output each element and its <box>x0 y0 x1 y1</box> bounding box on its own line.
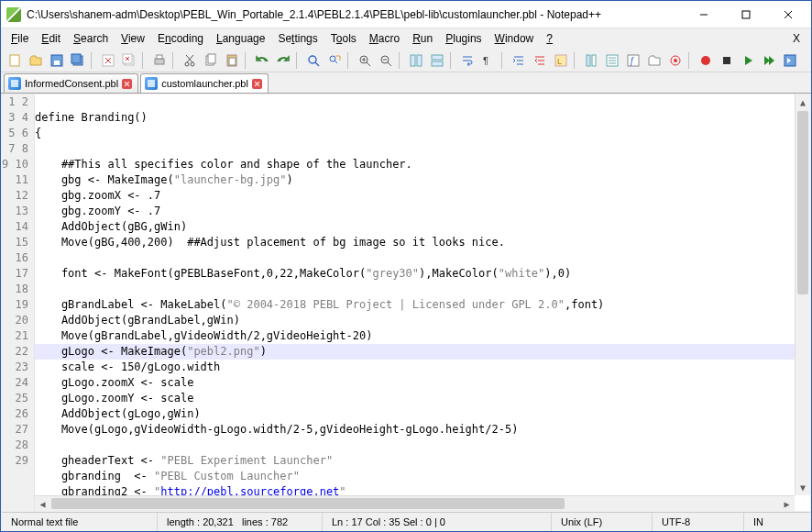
status-encoding[interactable]: UTF-8 <box>653 513 744 531</box>
indent-guide-button[interactable] <box>509 50 529 71</box>
menu-macro[interactable]: Macro <box>363 30 406 47</box>
status-ins[interactable]: IN <box>744 513 810 531</box>
svg-line-36 <box>388 62 391 66</box>
stop-macro-button[interactable] <box>717 50 737 71</box>
menu-settings[interactable]: Settings <box>271 30 324 47</box>
menu-encoding[interactable]: Encoding <box>151 30 210 47</box>
menu-window[interactable]: Window <box>488 30 541 47</box>
record-macro-button[interactable] <box>696 50 716 71</box>
menu-run[interactable]: Run <box>406 30 439 47</box>
svg-line-29 <box>335 61 337 63</box>
scrollbar-horizontal[interactable]: ◀ ▶ <box>35 495 795 511</box>
svg-rect-16 <box>155 59 164 64</box>
sync-v-button[interactable] <box>406 50 426 71</box>
menu-bar: File Edit Search View Encoding Language … <box>1 28 811 49</box>
svg-rect-23 <box>208 54 215 63</box>
scroll-right-icon[interactable]: ▶ <box>779 496 795 511</box>
new-file-button[interactable] <box>5 50 25 71</box>
svg-point-18 <box>185 62 189 66</box>
copy-button[interactable] <box>201 50 221 71</box>
scroll-left-icon[interactable]: ◀ <box>35 496 50 511</box>
svg-rect-39 <box>432 55 443 60</box>
close-all-button[interactable] <box>119 50 139 71</box>
line-gutter: 1 2 3 4 5 6 7 8 9 10 11 12 13 14 15 16 1… <box>2 94 35 511</box>
cut-button[interactable] <box>180 50 200 71</box>
status-eol[interactable]: Unix (LF) <box>552 513 653 531</box>
close-file-button[interactable] <box>98 50 118 71</box>
scroll-up-icon[interactable]: ▲ <box>796 94 810 110</box>
doc-list-button[interactable] <box>602 50 622 71</box>
svg-rect-8 <box>71 54 81 63</box>
tab-close-icon[interactable] <box>252 79 262 89</box>
play-macro-button[interactable] <box>738 50 758 71</box>
title-bar: C:\Users\shanem-adm\Desktop\PEBL_Win_Por… <box>1 1 811 28</box>
menu-language[interactable]: Language <box>210 30 271 47</box>
svg-rect-51 <box>592 55 596 66</box>
sync-h-button[interactable] <box>427 50 447 71</box>
open-file-button[interactable] <box>26 50 46 71</box>
menu-extra-x[interactable]: X <box>785 30 807 47</box>
tab-customlauncher[interactable]: customlauncher.pbl <box>140 73 269 93</box>
svg-rect-61 <box>723 57 730 64</box>
svg-line-27 <box>315 62 319 66</box>
file-icon <box>145 77 158 90</box>
wordwrap-button[interactable] <box>457 50 477 71</box>
app-icon <box>6 7 21 22</box>
save-macro-button[interactable] <box>780 50 800 71</box>
svg-rect-17 <box>157 55 162 59</box>
tab-bar: InformedConsent.pbl customlauncher.pbl <box>1 72 811 94</box>
svg-rect-38 <box>417 55 422 66</box>
find-button[interactable] <box>303 50 324 71</box>
menu-tools[interactable]: Tools <box>324 30 363 47</box>
function-list-button[interactable]: ƒ <box>623 50 643 71</box>
zoom-out-button[interactable] <box>376 50 396 71</box>
menu-help[interactable]: ? <box>540 30 559 47</box>
svg-point-19 <box>191 62 194 66</box>
scroll-thumb[interactable] <box>51 498 565 509</box>
outdent-button[interactable] <box>530 50 550 71</box>
menu-plugins[interactable]: Plugins <box>439 30 488 47</box>
tab-close-icon[interactable] <box>122 79 132 89</box>
menu-search[interactable]: Search <box>67 30 115 47</box>
zoom-in-button[interactable] <box>355 50 375 71</box>
maximize-button[interactable] <box>725 1 767 28</box>
print-button[interactable] <box>149 50 170 71</box>
tab-informedconsent[interactable]: InformedConsent.pbl <box>4 73 138 93</box>
svg-line-21 <box>186 55 192 62</box>
svg-rect-4 <box>10 55 19 66</box>
minimize-button[interactable] <box>683 1 725 28</box>
menu-file[interactable]: File <box>5 30 35 47</box>
file-icon <box>8 77 21 90</box>
svg-line-20 <box>187 55 193 62</box>
udl-button[interactable]: L <box>551 50 571 71</box>
replace-button[interactable] <box>324 50 345 71</box>
tab-label: InformedConsent.pbl <box>25 78 118 89</box>
save-all-button[interactable] <box>68 50 88 71</box>
monitoring-button[interactable] <box>665 50 686 71</box>
menu-edit[interactable]: Edit <box>35 30 67 47</box>
menu-view[interactable]: View <box>115 30 151 47</box>
save-button[interactable] <box>47 50 67 71</box>
redo-button[interactable] <box>273 50 293 71</box>
all-chars-button[interactable]: ¶ <box>478 50 499 71</box>
svg-point-60 <box>701 56 710 65</box>
paste-button[interactable] <box>222 50 242 71</box>
svg-rect-50 <box>587 55 590 66</box>
scrollbar-vertical[interactable]: ▲ ▼ <box>795 94 810 495</box>
status-filetype: Normal text file <box>2 513 158 531</box>
close-button[interactable] <box>767 1 809 28</box>
status-length: length : 20,321 lines : 782 <box>158 513 323 531</box>
svg-rect-1 <box>742 11 750 18</box>
undo-button[interactable] <box>252 50 272 71</box>
window-title: C:\Users\shanem-adm\Desktop\PEBL_Win_Por… <box>27 8 683 21</box>
scroll-down-icon[interactable]: ▼ <box>796 480 810 495</box>
svg-rect-6 <box>54 61 60 65</box>
folder-workspace-button[interactable] <box>644 50 664 71</box>
svg-line-33 <box>367 62 370 66</box>
play-multi-button[interactable] <box>759 50 779 71</box>
svg-rect-25 <box>229 58 236 65</box>
scroll-thumb[interactable] <box>797 111 808 294</box>
doc-map-button[interactable] <box>581 50 601 71</box>
svg-rect-40 <box>432 61 443 66</box>
code-area[interactable]: define Branding() { ##This all specifies… <box>35 94 810 511</box>
